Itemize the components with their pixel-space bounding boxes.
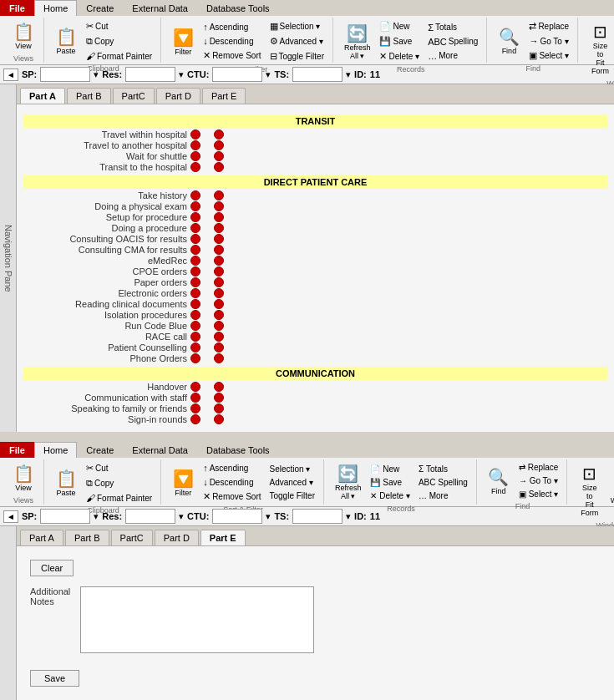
more-button-2[interactable]: … More <box>415 489 471 502</box>
size-fit-button[interactable]: ⊡ Size toFit Form <box>585 19 614 78</box>
dot-electronic-2[interactable] <box>214 288 224 298</box>
ascending-button[interactable]: ↑ Ascending <box>200 20 264 33</box>
dot-wait-shuttle-1[interactable] <box>190 151 200 161</box>
goto-button[interactable]: → Go To ▾ <box>525 34 572 48</box>
res-dropdown-2[interactable]: ▾ <box>179 511 184 522</box>
dot-sign-in-2[interactable] <box>214 414 224 424</box>
select-button-2[interactable]: ▣ Select ▾ <box>515 488 561 500</box>
dot-sign-in-1[interactable] <box>190 414 200 424</box>
copy-button-2[interactable]: ⧉ Copy <box>83 476 155 490</box>
dot-wait-shuttle-2[interactable] <box>214 151 224 161</box>
paste-button[interactable]: 📋 Paste <box>51 24 81 58</box>
dot-physical-exam-1[interactable] <box>190 201 200 211</box>
dot-isolation-1[interactable] <box>190 310 200 320</box>
new-record-button[interactable]: 📄 New <box>376 19 423 33</box>
dot-electronic-1[interactable] <box>190 288 200 298</box>
descending-button-2[interactable]: ↓ Descending <box>200 475 264 489</box>
ctu-input[interactable] <box>212 67 262 82</box>
delete-record-button-2[interactable]: ✕ Delete ▾ <box>367 489 413 502</box>
dot-counselling-2[interactable] <box>214 342 224 353</box>
more-button[interactable]: … More <box>424 49 481 63</box>
dot-doing-procedure-2[interactable] <box>214 223 224 233</box>
dot-cma-1[interactable] <box>190 245 200 255</box>
tab-part-a[interactable]: Part A <box>20 88 65 104</box>
selection-button-2[interactable]: Selection ▾ <box>266 463 318 475</box>
save-button-parte[interactable]: Save <box>30 670 79 687</box>
tab-external-2[interactable]: External Data <box>123 442 197 458</box>
tab-part-d[interactable]: Part D <box>156 88 200 104</box>
dot-family-2[interactable] <box>214 403 224 413</box>
tab-part-e-1[interactable]: Part E <box>202 88 246 104</box>
view-button[interactable]: 📋 View <box>8 19 38 53</box>
dot-handover-1[interactable] <box>190 382 200 392</box>
dot-travel-another-2[interactable] <box>214 140 224 150</box>
tab-create-1[interactable]: Create <box>77 0 123 16</box>
tab-part-d-2[interactable]: Part D <box>155 530 199 545</box>
selection-button[interactable]: ▦ Selection ▾ <box>266 19 327 33</box>
spelling-button-2[interactable]: ABC Spelling <box>415 476 471 489</box>
copy-button[interactable]: ⧉ Copy <box>83 34 155 48</box>
descending-button[interactable]: ↓ Descending <box>200 34 264 48</box>
dot-emedrec-1[interactable] <box>190 256 200 266</box>
find-button[interactable]: 🔍 Find <box>494 24 524 58</box>
dot-cpoe-2[interactable] <box>214 266 224 276</box>
dot-comm-staff-1[interactable] <box>190 393 200 403</box>
dot-cpoe-1[interactable] <box>190 266 200 276</box>
spelling-button[interactable]: ABC Spelling <box>424 35 481 48</box>
tab-external-1[interactable]: External Data <box>123 0 197 16</box>
dot-transit-hospital-2[interactable] <box>214 162 224 172</box>
nav-arrow-left[interactable]: ◄ <box>3 68 18 81</box>
sp-dropdown[interactable]: ▾ <box>94 69 99 80</box>
replace-button-2[interactable]: ⇄ Replace <box>515 461 561 474</box>
dot-isolation-2[interactable] <box>214 310 224 320</box>
filter-button-2[interactable]: 🔽 Filter <box>168 466 198 500</box>
dot-reading-1[interactable] <box>190 299 200 309</box>
dot-oacis-2[interactable] <box>214 234 224 244</box>
totals-button[interactable]: Σ Totals <box>424 21 481 34</box>
dot-phone-orders-2[interactable] <box>214 353 224 363</box>
dot-code-blue-1[interactable] <box>190 321 200 331</box>
new-record-button-2[interactable]: 📄 New <box>367 463 413 475</box>
dot-travel-within-2[interactable] <box>214 129 224 139</box>
clear-button[interactable]: Clear <box>30 560 74 576</box>
tab-file-2[interactable]: File <box>0 442 34 458</box>
res-input-2[interactable] <box>125 509 175 524</box>
tab-part-c[interactable]: PartC <box>113 88 155 104</box>
ts-input[interactable] <box>292 67 343 82</box>
tab-part-a-2[interactable]: Part A <box>20 530 63 545</box>
advanced-button-2[interactable]: Advanced ▾ <box>266 476 318 489</box>
sp-dropdown-2[interactable]: ▾ <box>94 511 99 522</box>
tab-home-2[interactable]: Home <box>34 442 77 458</box>
view-button-2[interactable]: 📋 View <box>8 461 38 495</box>
res-dropdown[interactable]: ▾ <box>179 69 184 80</box>
dot-oacis-1[interactable] <box>190 234 200 244</box>
tab-part-e-2[interactable]: Part E <box>200 530 246 545</box>
additional-notes-textarea[interactable] <box>80 586 314 653</box>
ts-input-2[interactable] <box>292 509 343 524</box>
ctu-dropdown[interactable]: ▾ <box>266 69 271 80</box>
format-painter-button[interactable]: 🖌 Format Painter <box>83 49 155 63</box>
tab-database-2[interactable]: Database Tools <box>197 442 279 458</box>
dot-travel-another-1[interactable] <box>190 140 200 150</box>
save-record-button[interactable]: 💾 Save <box>376 34 423 48</box>
dot-emedrec-2[interactable] <box>214 256 224 266</box>
tab-database-1[interactable]: Database Tools <box>197 0 279 16</box>
refresh-button-2[interactable]: 🔄 RefreshAll ▾ <box>331 461 366 503</box>
save-record-button-2[interactable]: 💾 Save <box>367 476 413 489</box>
dot-take-history-1[interactable] <box>190 190 200 200</box>
dot-paper-orders-1[interactable] <box>190 277 200 287</box>
dot-physical-exam-2[interactable] <box>214 201 224 211</box>
replace-button[interactable]: ⇄ Replace <box>525 19 572 33</box>
navigation-pane[interactable]: Navigation Pane <box>0 84 17 432</box>
size-fit-button-2[interactable]: ⊡ Size toFit Form <box>574 461 605 520</box>
dot-handover-2[interactable] <box>214 382 224 392</box>
dot-code-blue-2[interactable] <box>214 321 224 331</box>
tab-part-b[interactable]: Part B <box>67 88 111 104</box>
dot-take-history-2[interactable] <box>214 190 224 200</box>
goto-button-2[interactable]: → Go To ▾ <box>515 474 561 487</box>
dot-travel-within-1[interactable] <box>190 129 200 139</box>
tab-home-1[interactable]: Home <box>34 0 77 16</box>
tab-part-c-2[interactable]: PartC <box>111 530 153 545</box>
dot-race-call-2[interactable] <box>214 332 224 342</box>
toggle-filter-button[interactable]: ⊟ Toggle Filter <box>266 49 327 63</box>
